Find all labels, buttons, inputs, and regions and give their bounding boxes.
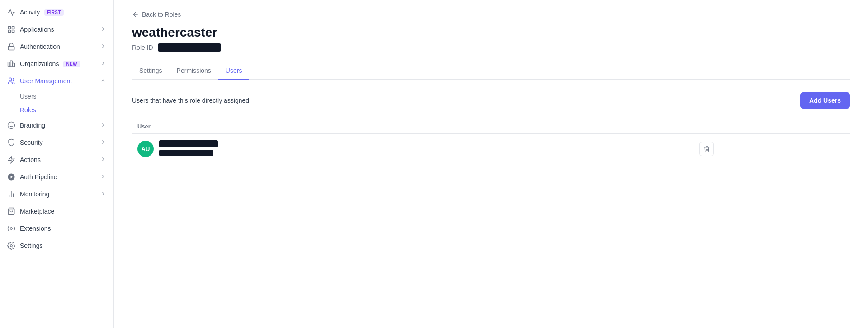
- sidebar-item-extensions[interactable]: Extensions: [0, 220, 113, 237]
- user-email-redacted: [159, 150, 213, 156]
- activity-icon: [7, 8, 15, 16]
- sidebar-sub-item-roles[interactable]: Roles: [20, 103, 113, 117]
- svg-rect-4: [8, 46, 14, 50]
- applications-icon: [7, 25, 15, 33]
- svg-rect-6: [10, 61, 13, 67]
- svg-rect-7: [13, 63, 15, 67]
- sidebar-item-monitoring[interactable]: Monitoring: [0, 185, 113, 203]
- sidebar-item-auth-pipeline[interactable]: Auth Pipeline: [0, 168, 113, 185]
- user-name[interactable]: [159, 140, 218, 149]
- activity-badge: FIRST: [44, 9, 63, 16]
- sidebar-item-activity-label: Activity: [20, 9, 40, 16]
- sidebar-item-branding[interactable]: Branding: [0, 117, 113, 134]
- user-management-icon: [7, 77, 15, 85]
- sidebar-item-settings-label: Settings: [20, 242, 43, 249]
- user-column-header: User: [132, 119, 694, 134]
- organizations-icon: [7, 60, 15, 68]
- svg-rect-5: [8, 62, 10, 67]
- security-icon: [7, 138, 15, 147]
- security-chevron: [100, 139, 106, 147]
- actions-chevron: [100, 156, 106, 164]
- svg-point-17: [10, 245, 13, 247]
- sidebar-item-branding-label: Branding: [20, 122, 45, 129]
- svg-rect-0: [8, 26, 10, 29]
- monitoring-chevron: [100, 190, 106, 198]
- back-to-roles-link[interactable]: Back to Roles: [132, 11, 850, 18]
- user-email: [159, 149, 218, 157]
- back-arrow-icon: [132, 11, 139, 18]
- sidebar-item-marketplace[interactable]: Marketplace: [0, 203, 113, 220]
- auth-pipeline-icon: [7, 173, 15, 181]
- branding-icon: [7, 121, 15, 129]
- marketplace-icon: [7, 207, 15, 215]
- sidebar-item-activity[interactable]: Activity FIRST: [0, 4, 113, 21]
- sidebar-item-user-management[interactable]: User Management: [0, 72, 113, 90]
- svg-point-9: [8, 122, 15, 129]
- tabs: Settings Permissions Users: [132, 62, 850, 80]
- trash-icon: [703, 146, 710, 152]
- monitoring-icon: [7, 190, 15, 198]
- page-title: weathercaster: [132, 25, 850, 40]
- sidebar-item-organizations[interactable]: Organizations NEW: [0, 55, 113, 72]
- role-id-row: Role ID: [132, 43, 850, 52]
- sidebar-item-monitoring-label: Monitoring: [20, 190, 49, 198]
- settings-icon: [7, 242, 15, 250]
- branding-chevron: [100, 122, 106, 129]
- main-content: Back to Roles weathercaster Role ID Sett…: [114, 0, 868, 328]
- sidebar-item-extensions-label: Extensions: [20, 225, 51, 232]
- sidebar-item-marketplace-label: Marketplace: [20, 208, 54, 215]
- extensions-icon: [7, 224, 15, 233]
- avatar: AU: [137, 141, 154, 157]
- action-column-header: [694, 119, 850, 134]
- sidebar-item-applications[interactable]: Applications: [0, 21, 113, 38]
- sidebar-item-actions-label: Actions: [20, 156, 41, 163]
- user-row: AU: [137, 140, 689, 157]
- user-management-sub-items: Users Roles: [0, 90, 113, 117]
- authentication-icon: [7, 43, 15, 51]
- action-cell: [694, 134, 850, 164]
- users-table: User AU: [132, 119, 850, 164]
- tab-settings[interactable]: Settings: [132, 62, 170, 80]
- svg-point-16: [10, 228, 13, 230]
- svg-rect-3: [12, 30, 14, 33]
- sidebar: Activity FIRST Applications Authenticati…: [0, 0, 114, 328]
- table-row: AU: [132, 134, 850, 164]
- sidebar-sub-item-users[interactable]: Users: [20, 90, 113, 103]
- role-id-label: Role ID: [132, 44, 153, 51]
- sidebar-item-authentication-label: Authentication: [20, 43, 60, 50]
- back-link-label: Back to Roles: [142, 11, 181, 18]
- add-users-button[interactable]: Add Users: [800, 92, 850, 109]
- sidebar-item-settings[interactable]: Settings: [0, 237, 113, 254]
- organizations-chevron: [100, 60, 106, 68]
- svg-point-8: [9, 78, 12, 81]
- user-cell: AU: [132, 134, 694, 164]
- sidebar-item-security-label: Security: [20, 139, 43, 146]
- sidebar-item-authentication[interactable]: Authentication: [0, 38, 113, 55]
- sidebar-item-applications-label: Applications: [20, 26, 54, 33]
- delete-user-button[interactable]: [699, 142, 714, 156]
- applications-chevron: [100, 26, 106, 33]
- user-name-redacted: [159, 140, 218, 147]
- sidebar-item-security[interactable]: Security: [0, 134, 113, 151]
- auth-pipeline-chevron: [100, 173, 106, 181]
- user-info: [159, 140, 218, 157]
- user-management-chevron: [100, 77, 106, 85]
- sidebar-item-auth-pipeline-label: Auth Pipeline: [20, 173, 57, 181]
- tab-users[interactable]: Users: [218, 62, 250, 80]
- content-description: Users that have this role directly assig…: [132, 97, 251, 104]
- role-id-value: [158, 43, 221, 52]
- svg-rect-1: [12, 26, 14, 29]
- authentication-chevron: [100, 43, 106, 51]
- sidebar-item-actions[interactable]: Actions: [0, 151, 113, 168]
- organizations-badge: NEW: [63, 61, 80, 67]
- sidebar-item-organizations-label: Organizations: [20, 60, 59, 67]
- content-header: Users that have this role directly assig…: [132, 92, 850, 109]
- sidebar-item-user-management-label: User Management: [20, 77, 72, 85]
- tab-permissions[interactable]: Permissions: [170, 62, 218, 80]
- svg-rect-2: [8, 30, 10, 33]
- actions-icon: [7, 156, 15, 164]
